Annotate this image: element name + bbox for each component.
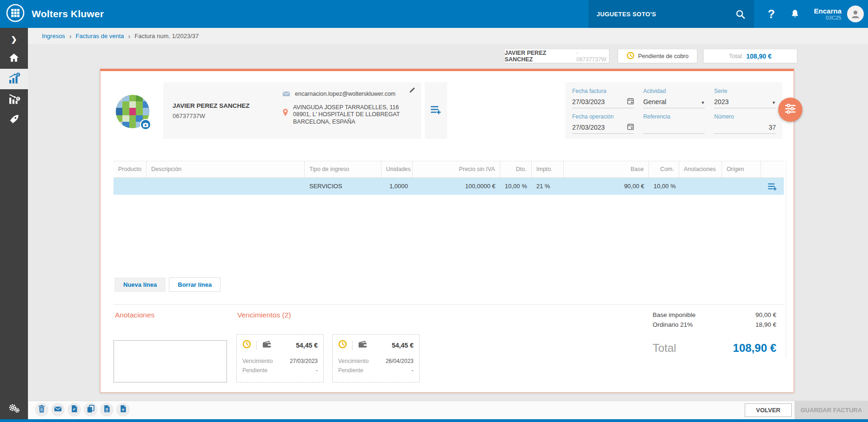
vencimiento-due-label: Vencimiento bbox=[242, 358, 273, 364]
sidebar-item-settings[interactable] bbox=[0, 402, 28, 415]
edit-client-pencil-icon[interactable] bbox=[409, 86, 416, 95]
chip-total-label: Total: bbox=[729, 53, 743, 59]
home-icon bbox=[8, 52, 20, 65]
brand-name: Wolters Kluwer bbox=[32, 8, 104, 20]
cell-descripcion[interactable] bbox=[147, 178, 305, 195]
col-base: Base bbox=[564, 161, 649, 178]
send-email-button[interactable] bbox=[51, 403, 65, 416]
cell-tipo-ingreso[interactable]: SERVICIOS bbox=[305, 178, 381, 195]
cell-origen[interactable] bbox=[722, 178, 761, 195]
vencimiento-card-2[interactable]: 54,45 € Vencimiento 26/04/2023 Pendiente… bbox=[332, 334, 420, 382]
chip-total-value: 108,90 € bbox=[746, 53, 772, 60]
user-menu[interactable]: Encarna 03C25 bbox=[814, 7, 841, 21]
user-name: Encarna bbox=[814, 7, 841, 15]
fecha-operacion-input[interactable]: 27/03/2023 bbox=[572, 123, 634, 134]
client-summary-chip[interactable]: JAVIER PEREZ SANCHEZ - 06737737W bbox=[504, 49, 609, 63]
iva-ordinario-value: 18,90 € bbox=[755, 320, 776, 330]
anotaciones-textarea[interactable] bbox=[114, 340, 227, 382]
rocket-icon bbox=[8, 113, 20, 127]
calendar-icon[interactable] bbox=[627, 123, 634, 132]
sidebar-item-impulsa[interactable] bbox=[0, 110, 28, 130]
electronic-invoice-button[interactable]: e bbox=[116, 403, 130, 416]
col-descripcion: Descripción bbox=[147, 161, 305, 178]
sidebar-nav: ❯ € € bbox=[0, 28, 28, 422]
table-right-divider bbox=[786, 161, 786, 358]
numero-input[interactable]: 37 bbox=[714, 123, 776, 134]
company-selector[interactable]: JUGUETES SOTO'S bbox=[588, 0, 754, 28]
cell-unidades[interactable]: 1,0000 bbox=[381, 178, 413, 195]
user-avatar-icon[interactable] bbox=[847, 6, 864, 22]
rectify-invoice-button[interactable]: R bbox=[100, 403, 114, 416]
export-pdf-button[interactable] bbox=[67, 403, 81, 416]
serie-field: Serie 2023 bbox=[714, 88, 776, 109]
breadcrumb: Ingresos Facturas de venta Factura num. … bbox=[28, 28, 868, 44]
sidebar-item-gastos[interactable]: € bbox=[0, 89, 28, 110]
sidebar-item-ingresos[interactable]: € bbox=[0, 69, 28, 89]
actividad-field: Actividad General bbox=[643, 88, 705, 109]
client-address-line2: 08901, L' HOSPITALET DE LLOBREGAT bbox=[293, 111, 400, 118]
fecha-factura-input[interactable]: 27/03/2023 bbox=[572, 98, 634, 108]
client-nif: 06737737W bbox=[173, 112, 250, 119]
section-divider bbox=[114, 304, 784, 305]
cell-dto[interactable]: 10,00 % bbox=[500, 178, 532, 195]
row-detail-list-plus-icon[interactable] bbox=[761, 178, 784, 195]
copy-icon bbox=[87, 405, 94, 415]
svg-text:€: € bbox=[17, 73, 19, 76]
totals-panel: Base imponible 90,00 € Ordinario 21% 18,… bbox=[653, 310, 776, 355]
borrar-linea-button[interactable]: Borrar línea bbox=[169, 277, 220, 292]
cell-base[interactable]: 90,00 € bbox=[564, 178, 649, 195]
clock-icon bbox=[627, 52, 634, 61]
col-com: Com. bbox=[649, 161, 679, 178]
change-photo-camera-icon[interactable] bbox=[140, 119, 151, 130]
table-row[interactable]: SERVICIOS 1,0000 100,0000 € 10,00 % 21 %… bbox=[114, 178, 784, 195]
breadcrumb-ingresos[interactable]: Ingresos bbox=[42, 33, 65, 40]
lines-table-header: Producto Descripción Tipo de ingreso Uni… bbox=[114, 161, 784, 178]
guardar-factura-button[interactable]: GUARDAR FACTURA bbox=[795, 401, 868, 419]
add-client-detail-button[interactable] bbox=[425, 82, 447, 139]
duplicate-invoice-button[interactable] bbox=[84, 403, 97, 416]
sidebar-expand-chevron-icon[interactable]: ❯ bbox=[0, 30, 28, 48]
iva-ordinario-label: Ordinario 21% bbox=[653, 320, 693, 330]
document-e-icon: e bbox=[120, 405, 127, 415]
cell-anotaciones[interactable] bbox=[679, 178, 722, 195]
fecha-factura-field: Fecha factura 27/03/2023 bbox=[572, 88, 634, 109]
breadcrumb-current: Factura num. 1/2023/37 bbox=[134, 33, 199, 40]
cell-producto[interactable] bbox=[114, 178, 147, 195]
numero-field: Número 37 bbox=[714, 113, 776, 134]
app-window: Wolters Kluwer JUGUETES SOTO'S ? Encarna… bbox=[0, 0, 868, 422]
cell-precio[interactable]: 100,0000 € bbox=[413, 178, 500, 195]
svg-text:R: R bbox=[106, 407, 108, 411]
serie-select[interactable]: 2023 bbox=[714, 98, 776, 108]
list-plus-icon bbox=[430, 105, 441, 117]
chevron-right-icon bbox=[69, 33, 72, 40]
actividad-select[interactable]: General bbox=[643, 98, 705, 108]
notifications-bell-icon[interactable] bbox=[790, 9, 800, 20]
cell-com[interactable]: 10,00 % bbox=[649, 178, 679, 195]
search-icon[interactable] bbox=[735, 9, 746, 20]
cell-impto[interactable]: 21 % bbox=[532, 178, 564, 195]
col-producto: Producto bbox=[114, 161, 147, 178]
vencimiento-card-1[interactable]: 54,45 € Vencimiento 27/03/2023 Pendiente… bbox=[236, 334, 324, 382]
col-impto: Impto. bbox=[532, 161, 564, 178]
col-precio-sin-iva: Precio sin IVA bbox=[413, 161, 500, 178]
delete-invoice-button[interactable] bbox=[35, 403, 48, 416]
top-bar: Wolters Kluwer JUGUETES SOTO'S ? Encarna… bbox=[0, 0, 868, 28]
status-chip[interactable]: Pendiente de cobro bbox=[618, 49, 697, 63]
status-badge: Pendiente de cobro bbox=[638, 53, 688, 59]
serie-label: Serie bbox=[714, 88, 776, 94]
svg-text:€: € bbox=[17, 97, 19, 100]
invoice-options-fab[interactable] bbox=[778, 98, 802, 122]
vencimiento-pending-value: - bbox=[412, 367, 414, 374]
referencia-input[interactable] bbox=[643, 123, 705, 134]
total-value: 108,90 € bbox=[733, 342, 776, 355]
window-bottom-edge bbox=[0, 419, 868, 422]
chip-client-name: JAVIER PEREZ SANCHEZ bbox=[505, 50, 574, 63]
invoice-lines-table: Producto Descripción Tipo de ingreso Uni… bbox=[114, 161, 784, 195]
sidebar-item-home[interactable] bbox=[0, 48, 28, 69]
volver-button[interactable]: VOLVER bbox=[745, 403, 792, 417]
chevron-down-icon bbox=[772, 98, 776, 106]
help-icon[interactable]: ? bbox=[768, 7, 775, 21]
nueva-linea-button[interactable]: Nueva línea bbox=[114, 277, 166, 292]
calendar-icon[interactable] bbox=[627, 98, 634, 106]
breadcrumb-facturas-venta[interactable]: Facturas de venta bbox=[76, 33, 124, 40]
